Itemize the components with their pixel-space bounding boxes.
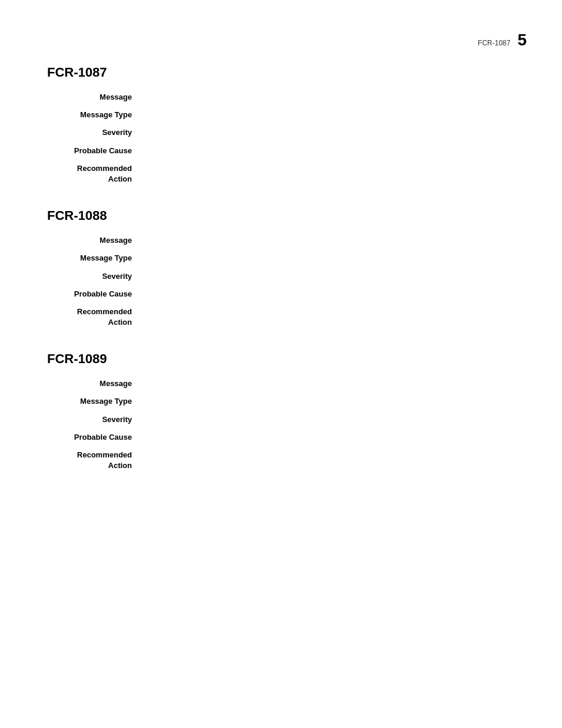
field-value bbox=[141, 307, 515, 328]
field-row: Severity bbox=[47, 271, 515, 282]
field-label: Probable Cause bbox=[47, 432, 141, 443]
main-content: FCR-1087MessageMessage TypeSeverityProba… bbox=[0, 0, 562, 471]
section-title-fcr-1089: FCR-1089 bbox=[47, 351, 515, 367]
field-label: RecommendedAction bbox=[47, 163, 141, 185]
field-row: Message bbox=[47, 235, 515, 246]
page-header-number: 5 bbox=[517, 31, 527, 50]
field-row: Probable Cause bbox=[47, 146, 515, 156]
field-value bbox=[141, 289, 515, 299]
field-row: Message Type bbox=[47, 396, 515, 407]
page-header-label: FCR-1087 bbox=[478, 39, 510, 47]
field-value bbox=[141, 396, 515, 407]
field-value bbox=[141, 127, 515, 138]
field-value bbox=[141, 414, 515, 425]
field-label: Message bbox=[47, 92, 141, 103]
field-row: Severity bbox=[47, 414, 515, 425]
field-row: Message bbox=[47, 92, 515, 103]
field-label: Message Type bbox=[47, 110, 141, 120]
field-row: RecommendedAction bbox=[47, 307, 515, 328]
field-value bbox=[141, 235, 515, 246]
field-label: Message Type bbox=[47, 396, 141, 407]
field-row: Severity bbox=[47, 127, 515, 138]
field-value bbox=[141, 450, 515, 471]
section-fcr-1087: FCR-1087MessageMessage TypeSeverityProba… bbox=[47, 65, 515, 185]
field-label: Message bbox=[47, 235, 141, 246]
field-label: Probable Cause bbox=[47, 146, 141, 156]
field-value bbox=[141, 110, 515, 120]
field-label: Message Type bbox=[47, 253, 141, 263]
section-title-fcr-1087: FCR-1087 bbox=[47, 65, 515, 80]
field-label: Severity bbox=[47, 271, 141, 282]
field-label: RecommendedAction bbox=[47, 450, 141, 471]
field-value bbox=[141, 378, 515, 389]
field-label: Severity bbox=[47, 127, 141, 138]
field-row: Probable Cause bbox=[47, 432, 515, 443]
section-title-fcr-1088: FCR-1088 bbox=[47, 208, 515, 223]
field-value bbox=[141, 92, 515, 103]
field-value bbox=[141, 163, 515, 185]
page-header: FCR-1087 5 bbox=[478, 31, 527, 50]
field-row: Message Type bbox=[47, 253, 515, 263]
section-fcr-1089: FCR-1089MessageMessage TypeSeverityProba… bbox=[47, 351, 515, 471]
field-label: Probable Cause bbox=[47, 289, 141, 299]
field-value bbox=[141, 146, 515, 156]
field-row: Probable Cause bbox=[47, 289, 515, 299]
field-value bbox=[141, 432, 515, 443]
field-row: RecommendedAction bbox=[47, 163, 515, 185]
field-label: RecommendedAction bbox=[47, 307, 141, 328]
field-value bbox=[141, 253, 515, 263]
field-label: Message bbox=[47, 378, 141, 389]
field-label: Severity bbox=[47, 414, 141, 425]
field-row: Message bbox=[47, 378, 515, 389]
field-row: RecommendedAction bbox=[47, 450, 515, 471]
field-value bbox=[141, 271, 515, 282]
field-row: Message Type bbox=[47, 110, 515, 120]
section-fcr-1088: FCR-1088MessageMessage TypeSeverityProba… bbox=[47, 208, 515, 328]
